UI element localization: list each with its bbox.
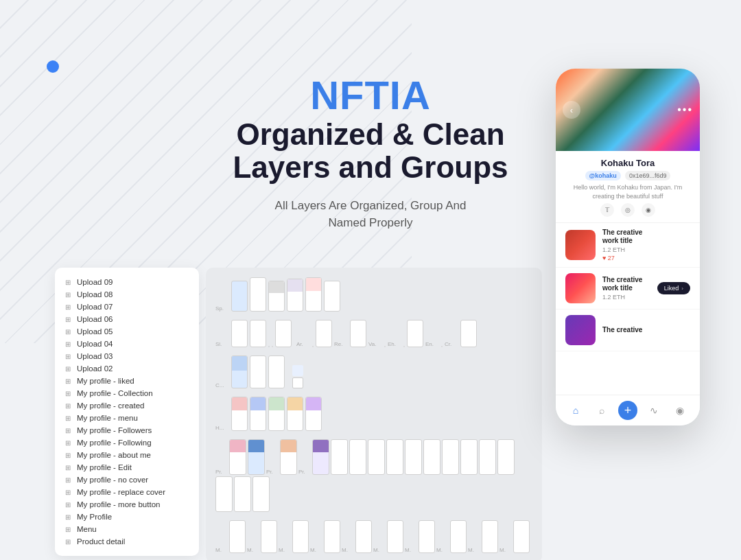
- grid-icon: ⊞: [64, 402, 71, 409]
- list-item[interactable]: ⊞ My profile - replace cover: [55, 486, 199, 498]
- mini-screen: [403, 346, 405, 347]
- activity-nav-button[interactable]: ∿: [644, 401, 663, 420]
- mini-screen: [292, 520, 309, 553]
- list-item[interactable]: ⊞ Upload 02: [55, 362, 199, 375]
- list-item[interactable]: ⊞ My profile - no cover: [55, 474, 199, 486]
- layers-panel: ⊞ Upload 09 ⊞ Upload 08 ⊞ Upload 07 ⊞ Up…: [55, 268, 199, 556]
- list-item[interactable]: ⊞ My profile - Following: [55, 436, 199, 449]
- phone-header-image: ‹ •••: [556, 69, 700, 151]
- twitter-icon[interactable]: 𝕋: [600, 203, 614, 217]
- chevron-icon: ›: [681, 285, 683, 292]
- mini-screen: [482, 520, 498, 553]
- layer-label: Upload 05: [77, 327, 113, 336]
- grid-icon: ⊞: [64, 353, 71, 360]
- back-button[interactable]: ‹: [563, 101, 580, 119]
- mini-screen: [231, 397, 248, 431]
- layer-label: My profile - Collection: [77, 389, 153, 397]
- collection-screens-row: C...: [215, 355, 532, 388]
- grid-icon: ⊞: [64, 377, 71, 384]
- list-item[interactable]: ⊞ My profile - more button: [55, 498, 199, 511]
- menu-screens-row: M. M. M. M. M. M. M. M. M.: [215, 520, 532, 553]
- add-nav-button[interactable]: +: [618, 401, 637, 420]
- hero-subtitle-line2: Layers and Groups: [233, 150, 508, 184]
- layer-label: My profile - liked: [77, 377, 134, 385]
- grid-icon: ⊞: [64, 513, 71, 520]
- grid-icon: ⊞: [64, 501, 71, 508]
- mini-screen: [497, 439, 515, 475]
- list-item[interactable]: ⊞ Upload 03: [55, 350, 199, 362]
- mini-screen: [268, 281, 285, 312]
- layer-label: My profile - about me: [77, 451, 151, 459]
- list-item[interactable]: ⊞ Upload 08: [55, 288, 199, 301]
- instagram-icon[interactable]: ◎: [621, 203, 635, 217]
- list-item[interactable]: ⊞ Upload 04: [55, 338, 199, 350]
- grid-icon: ⊞: [64, 526, 71, 533]
- layer-label: My profile - menu: [77, 414, 138, 422]
- list-item[interactable]: ⊞ My profile - Followers: [55, 424, 199, 436]
- back-icon: ‹: [570, 105, 573, 115]
- nft-item[interactable]: The creativework title 1.2 ETH ♥ 27: [556, 223, 700, 268]
- layer-label: Upload 09: [77, 278, 113, 286]
- grid-icon: ⊞: [64, 464, 71, 471]
- mini-screen: [250, 277, 266, 312]
- nft-title: The creative: [602, 326, 690, 334]
- list-item[interactable]: ⊞ Menu: [55, 523, 199, 535]
- nft-likes: ♥ 27: [602, 255, 690, 261]
- mini-screen: [324, 520, 340, 553]
- list-item[interactable]: ⊞ Upload 09: [55, 276, 199, 288]
- grid-icon: ⊞: [64, 316, 71, 323]
- nft-item[interactable]: The creative: [556, 310, 700, 351]
- mini-screen: [215, 476, 233, 512]
- search-nav-button[interactable]: ⌕: [592, 401, 611, 420]
- more-options-button[interactable]: •••: [677, 104, 693, 116]
- list-item[interactable]: ⊞ My Profile: [55, 511, 199, 523]
- canvas-area: Sp. Sl.: [206, 268, 542, 560]
- home-nav-button[interactable]: ⌂: [566, 401, 585, 420]
- hero-desc-line2: Named Properly: [329, 216, 413, 229]
- nft-item[interactable]: The creativework title 1.2 ETH Liked ›: [556, 268, 700, 310]
- mini-screen: [280, 439, 297, 475]
- nft-thumbnail: [565, 273, 596, 303]
- list-item[interactable]: ⊞ My profile - liked: [55, 375, 199, 387]
- activity-icon: ∿: [650, 405, 658, 416]
- grid-icon: ⊞: [64, 303, 71, 310]
- list-item[interactable]: ⊞ My profile - Collection: [55, 387, 199, 399]
- liked-button[interactable]: Liked ›: [657, 282, 690, 294]
- grid-icon: ⊞: [64, 291, 71, 298]
- list-item[interactable]: ⊞ My profile - about me: [55, 449, 199, 461]
- layer-label: Upload 08: [77, 290, 113, 299]
- hero-desc-line1: All Layers Are Organized, Group And: [275, 199, 467, 212]
- profile-badges: @kohaku 0x1e69...f6d9: [565, 171, 690, 180]
- profile-section: Kohaku Tora @kohaku 0x1e69...f6d9 Hello …: [556, 151, 700, 223]
- main-container: NFTIA Organized & Clean Layers and Group…: [0, 0, 741, 560]
- list-item[interactable]: ⊞ Product detail: [55, 535, 199, 548]
- profile-icon: ◉: [676, 405, 684, 416]
- layer-label: My profile - Following: [77, 439, 152, 447]
- pinterest-icon[interactable]: ◉: [642, 203, 655, 217]
- mini-screen: [248, 439, 265, 475]
- mini-screen: [231, 281, 248, 312]
- list-item[interactable]: ⊞ Upload 06: [55, 313, 199, 325]
- layer-label: Product detail: [77, 537, 125, 546]
- mini-screen: [349, 439, 366, 475]
- grid-icon: ⊞: [64, 390, 71, 397]
- nft-info: The creativework title 1.2 ETH ♥ 27: [602, 229, 690, 261]
- list-item[interactable]: ⊞ Upload 07: [55, 301, 199, 313]
- list-item[interactable]: ⊞ My profile - Edit: [55, 461, 199, 474]
- layer-label: Upload 06: [77, 315, 113, 323]
- list-item[interactable]: ⊞ My profile - created: [55, 399, 199, 412]
- mini-screen: [252, 476, 270, 512]
- mini-screen: [460, 320, 477, 347]
- mini-screen: [331, 439, 348, 475]
- mini-screen: [312, 439, 329, 475]
- mini-screen: [268, 355, 285, 388]
- list-item[interactable]: ⊞ My profile - menu: [55, 412, 199, 424]
- canvas-content: Sp. Sl.: [206, 268, 542, 560]
- layer-label: Menu: [77, 525, 97, 533]
- nft-title: The creativework title: [602, 229, 690, 245]
- wallet-badge: 0x1e69...f6d9: [625, 171, 671, 180]
- profile-nav-button[interactable]: ◉: [670, 401, 690, 420]
- list-item[interactable]: ⊞ Upload 05: [55, 325, 199, 338]
- nft-title: The creativework title: [602, 276, 650, 292]
- mini-screen: [386, 439, 403, 475]
